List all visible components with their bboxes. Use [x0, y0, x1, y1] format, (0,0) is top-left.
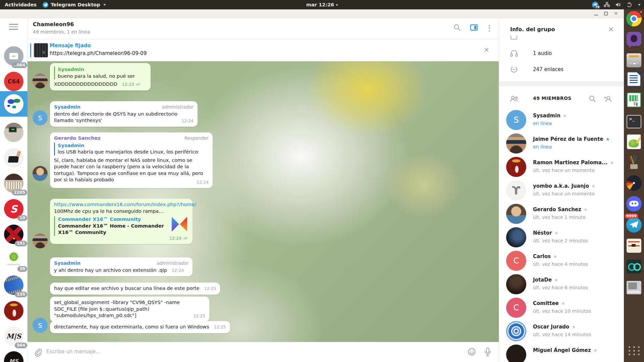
search-icon[interactable]	[453, 23, 461, 33]
message-link[interactable]: https://www.commanderx16.com/forum/index…	[54, 201, 189, 208]
avatar[interactable]: S	[33, 318, 48, 333]
main-menu-icon[interactable]	[9, 24, 18, 30]
sender-name[interactable]: Gerardo Sanchez	[54, 135, 101, 142]
sender-name[interactable]: Sysadmin	[54, 104, 80, 111]
reply-quote[interactable]: Sysadmin bueno para la salud, no pué ser	[54, 66, 147, 79]
chat-item-archived[interactable]: ..064	[0, 43, 28, 69]
avatar[interactable]: S	[33, 110, 48, 125]
add-member-icon[interactable]	[604, 95, 612, 104]
chat-item-chameleon96-selected[interactable]	[0, 91, 28, 117]
unread-badge: ..064	[12, 62, 27, 68]
microphone-icon[interactable]	[484, 348, 491, 358]
avatar	[4, 301, 23, 320]
maximize-button[interactable]	[604, 12, 608, 15]
chat-item-blue-board[interactable]: 135	[0, 273, 28, 298]
member-row[interactable]: Gerardo Sanchez★ últ. vez hace 1 minuto	[499, 204, 624, 227]
avatar: ϒ	[506, 180, 526, 200]
member-row[interactable]: C Comittee★ últ. vez hace 10 minutos	[499, 298, 624, 321]
member-row[interactable]: C Carlos★ últ. vez hace 4 minutos	[499, 251, 624, 274]
close-window-button[interactable]: ✕	[614, 11, 618, 16]
clock[interactable]: mar 12:26	[306, 2, 334, 7]
pinned-close-icon[interactable]: ✕	[484, 46, 489, 54]
message-composer[interactable]: Escribe un mensaje...	[28, 342, 499, 362]
gray-tile-app-icon[interactable]	[626, 280, 642, 295]
avatar	[506, 204, 526, 224]
volume-icon[interactable]	[615, 2, 621, 7]
tray-unread-badge: 79	[594, 5, 600, 9]
chat-item-red-poster[interactable]	[0, 298, 28, 323]
window-titlebar[interactable]: ✕	[0, 9, 624, 18]
discord-icon[interactable]	[626, 196, 642, 212]
pinned-message-bar[interactable]: Mensaje fijado https://telegra.ph/Chamel…	[28, 39, 499, 61]
reply-action[interactable]: Responder	[184, 135, 209, 142]
panel-close-icon[interactable]: ✕	[608, 25, 614, 34]
chat-header[interactable]: Chameleon96 49 miembros, 1 en línea	[28, 18, 499, 39]
members-search-icon[interactable]	[588, 95, 596, 104]
avatar[interactable]	[33, 166, 48, 181]
chat-item-c64[interactable]: C64	[0, 69, 28, 94]
chat-item-msx[interactable]: MS	[0, 348, 28, 362]
purple-chat-app-icon[interactable]	[626, 31, 642, 47]
chat-item-ms[interactable]: M|S 564	[0, 323, 28, 349]
star-icon: ★	[553, 254, 557, 259]
circuit-design-app-icon[interactable]	[626, 238, 642, 253]
star-icon: ★	[563, 113, 567, 118]
chat-item-coronavirus[interactable]: coronavirus 39	[0, 247, 28, 273]
member-row[interactable]: Néstor★ últ. vez hace 2 minutos	[499, 227, 624, 251]
google-chrome-icon[interactable]	[626, 11, 642, 26]
message-bubble: Sysadmin administrador dentro del direct…	[50, 101, 198, 127]
chat-item-retro-pc[interactable]	[0, 120, 28, 145]
message-time: 12:25	[193, 313, 205, 319]
reply-quote[interactable]: Sysadmin los USB habría que manejarlos d…	[54, 142, 209, 156]
chat-item-bat[interactable]: 191	[0, 222, 28, 247]
telegram-tray-icon[interactable]: 79	[592, 2, 598, 8]
chat-item-red-s[interactable]: S 191 10	[0, 196, 28, 222]
avatar[interactable]	[33, 233, 48, 248]
emoji-icon[interactable]	[468, 348, 476, 358]
minimize-button[interactable]	[594, 15, 598, 15]
chevron-down-icon	[103, 4, 106, 6]
avatar[interactable]	[33, 73, 48, 88]
members-section-header: 49 MIEMBROS	[499, 94, 624, 104]
members-count-label: 49 MIEMBROS	[533, 96, 572, 101]
message-input[interactable]: Escribe un mensaje...	[46, 349, 100, 355]
audio-count-row[interactable]: 1 audio	[499, 50, 624, 58]
terminal-icon[interactable]: >_	[626, 114, 642, 129]
sender-name[interactable]: Sysadmin	[54, 260, 80, 267]
tray-chevron-down-icon[interactable]	[638, 4, 641, 6]
star-icon: ★	[606, 136, 610, 142]
message-bubble: directamente, hay que exterminarla, como…	[50, 321, 230, 333]
member-row[interactable]: Oscar Jurado★ últ. vez hace 14 minutos	[499, 321, 624, 345]
unread-badge: 191	[15, 241, 27, 246]
teal-rings-app-icon[interactable]	[626, 259, 642, 274]
member-row[interactable]: ϒ yombo a.k.a. Juanjo★ últ. vez hace un …	[499, 180, 624, 204]
chat-item-keyboard[interactable]: 2205	[0, 171, 28, 196]
toggle-info-panel-icon[interactable]	[470, 24, 478, 33]
read-checks-icon: ✓✓	[183, 236, 189, 241]
member-row[interactable]: JotaDe★ últ. vez hace 6 minutos	[499, 274, 624, 298]
member-row[interactable]: Ramon Martinez Paloma...★ últ. vez hace …	[499, 157, 624, 180]
dark-radial-app-icon[interactable]	[626, 175, 642, 191]
message-time: 12:24	[197, 179, 209, 186]
links-count-row[interactable]: 247 enlaces	[499, 66, 624, 74]
telegram-dock-icon[interactable]: 9999	[626, 217, 642, 233]
telegram-unread-badge: 9999	[625, 214, 638, 219]
activities-button[interactable]: Actividades	[5, 2, 37, 7]
power-icon[interactable]	[627, 2, 632, 7]
link-preview[interactable]: Commander X16™ Community Commander X16™ …	[54, 216, 189, 236]
electronics-wires-app-icon[interactable]	[626, 154, 642, 170]
app-menu[interactable]: Telegram Desktop	[43, 2, 106, 8]
show-applications-icon[interactable]	[628, 345, 640, 357]
chat-item-black-box[interactable]	[0, 145, 28, 171]
menu-dots-icon[interactable]	[487, 25, 492, 32]
archive-manager-icon[interactable]	[626, 53, 642, 68]
member-row[interactable]: Jaime Pérez de la Fuente★ en línea	[499, 133, 624, 157]
member-row[interactable]: Miguel Ángel Gómez★	[499, 345, 624, 362]
attach-icon[interactable]	[34, 348, 42, 358]
member-row[interactable]: S Sysadmin★ en línea	[499, 110, 624, 133]
notepad-plus-plus-icon[interactable]	[626, 134, 642, 149]
unread-badge: 135	[15, 292, 27, 297]
network-icon[interactable]	[604, 2, 610, 7]
libreoffice-writer-icon[interactable]	[626, 71, 642, 87]
libreoffice-calc-icon[interactable]	[626, 92, 642, 108]
